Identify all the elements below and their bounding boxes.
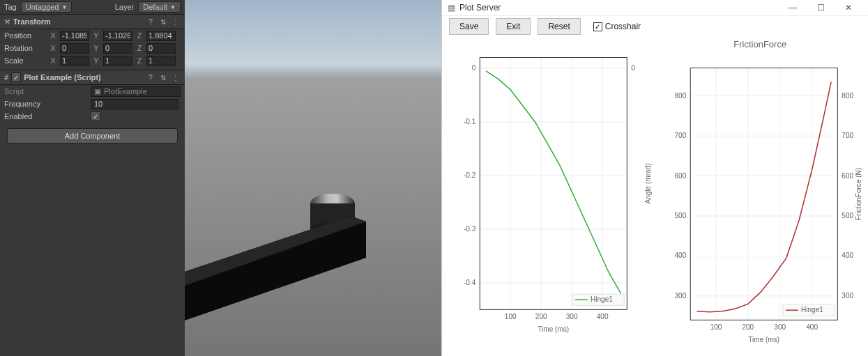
svg-text:-0.3: -0.3 [464, 225, 476, 233]
rotation-y-input[interactable] [103, 43, 132, 54]
svg-text:100: 100 [710, 323, 722, 331]
chevron-down-icon: ▼ [170, 4, 176, 10]
tag-dropdown[interactable]: Untagged ▼ [21, 1, 73, 13]
plot-toolbar: Save Exit Reset Crosshair [442, 16, 868, 38]
svg-text:400: 400 [842, 251, 853, 259]
plot-example-header[interactable]: # Plot Example (Script) ? ⇅ ⋮ [0, 70, 185, 85]
svg-text:-0.4: -0.4 [464, 279, 476, 286]
script-icon: # [4, 73, 8, 82]
script-file-icon: ▣ [94, 87, 101, 96]
close-button[interactable]: ✕ [835, 0, 862, 15]
svg-text:FrictionForce (N): FrictionForce (N) [855, 168, 862, 220]
svg-text:100: 100 [505, 313, 517, 320]
svg-text:500: 500 [674, 212, 686, 219]
scene-viewport[interactable] [185, 0, 441, 356]
svg-text:700: 700 [674, 132, 686, 139]
inspector-panel: Tag Untagged ▼ Layer Default ▼ ⤧ Transfo… [0, 0, 185, 356]
app-icon: ▦ [448, 3, 455, 13]
rotation-label: Rotation [4, 44, 46, 52]
component-title: Plot Example (Script) [24, 73, 143, 82]
minimize-button[interactable]: — [779, 0, 807, 15]
svg-text:Time (ms): Time (ms) [748, 336, 779, 343]
position-x-input[interactable] [60, 31, 89, 41]
svg-text:0: 0 [472, 64, 476, 72]
preset-icon[interactable]: ⇅ [158, 72, 168, 82]
plot-server-window: ▦ Plot Server — ☐ ✕ Save Exit Reset Cros… [441, 0, 868, 356]
friction-chart[interactable]: FrictionForce 10020030040030040050060070… [655, 38, 866, 349]
scale-y-input[interactable] [103, 56, 132, 66]
transform-header[interactable]: ⤧ Transform ? ⇅ ⋮ [0, 14, 185, 29]
component-title: Transform [13, 17, 143, 26]
crosshair-label: Crosshair [605, 22, 641, 31]
scale-x-input[interactable] [60, 56, 89, 66]
svg-text:600: 600 [674, 172, 686, 180]
frequency-label: Frequency [4, 100, 88, 108]
layer-label: Layer [115, 3, 135, 11]
component-enabled-checkbox[interactable] [11, 72, 21, 82]
svg-text:300: 300 [566, 313, 578, 320]
preset-icon[interactable]: ⇅ [158, 17, 168, 26]
svg-text:800: 800 [674, 92, 686, 100]
svg-text:Hinge1: Hinge1 [801, 306, 823, 314]
script-field[interactable]: ▣ PlotExample [91, 86, 181, 97]
tag-label: Tag [4, 3, 17, 11]
svg-text:200: 200 [742, 323, 754, 331]
help-icon[interactable]: ? [146, 72, 155, 82]
script-label: Script [4, 87, 88, 95]
position-z-input[interactable] [146, 31, 176, 41]
svg-text:300: 300 [674, 292, 686, 300]
help-icon[interactable]: ? [146, 17, 155, 26]
svg-text:600: 600 [842, 172, 853, 180]
add-component-button[interactable]: Add Component [7, 128, 178, 144]
svg-text:500: 500 [842, 212, 853, 219]
chart-title: FrictionForce [655, 38, 866, 52]
chevron-down-icon: ▼ [61, 4, 67, 10]
window-titlebar[interactable]: ▦ Plot Server — ☐ ✕ [442, 0, 868, 16]
svg-text:0: 0 [631, 64, 635, 72]
svg-text:400: 400 [806, 323, 818, 331]
position-label: Position [4, 31, 46, 40]
svg-text:400: 400 [597, 313, 609, 320]
svg-text:Time (ms): Time (ms) [538, 325, 569, 333]
exit-button[interactable]: Exit [496, 18, 531, 35]
svg-text:400: 400 [674, 251, 686, 259]
layer-dropdown[interactable]: Default ▼ [138, 1, 181, 13]
svg-text:800: 800 [842, 92, 853, 100]
svg-text:-0.1: -0.1 [464, 118, 476, 125]
save-button[interactable]: Save [449, 18, 489, 35]
svg-text:300: 300 [842, 292, 853, 300]
enabled-label: Enabled [4, 112, 88, 121]
svg-rect-60 [690, 68, 837, 320]
frequency-input[interactable] [91, 99, 178, 109]
svg-rect-28 [480, 57, 627, 309]
svg-text:Angle (mrad): Angle (mrad) [644, 163, 652, 203]
svg-text:Hinge1: Hinge1 [591, 295, 613, 303]
svg-text:300: 300 [774, 323, 786, 331]
crosshair-checkbox-wrap[interactable]: Crosshair [593, 22, 641, 31]
svg-text:200: 200 [535, 313, 547, 320]
menu-icon[interactable]: ⋮ [171, 72, 181, 82]
transform-icon: ⤧ [4, 17, 10, 26]
enabled-checkbox[interactable] [91, 111, 100, 121]
svg-text:700: 700 [842, 132, 853, 139]
crosshair-checkbox[interactable] [593, 22, 602, 31]
rotation-x-input[interactable] [60, 43, 89, 54]
window-title: Plot Server [459, 3, 501, 13]
angle-chart[interactable]: 1002003004000-0.1-0.2-0.3-0.40-100-200-3… [445, 38, 655, 349]
scene-mesh [185, 181, 429, 320]
menu-icon[interactable]: ⋮ [171, 17, 181, 26]
scale-label: Scale [4, 56, 46, 65]
maximize-button[interactable]: ☐ [807, 0, 835, 15]
scale-z-input[interactable] [146, 56, 176, 66]
rotation-z-input[interactable] [146, 43, 176, 54]
reset-button[interactable]: Reset [538, 18, 580, 35]
svg-text:-0.2: -0.2 [464, 171, 476, 179]
position-y-input[interactable] [103, 31, 132, 41]
